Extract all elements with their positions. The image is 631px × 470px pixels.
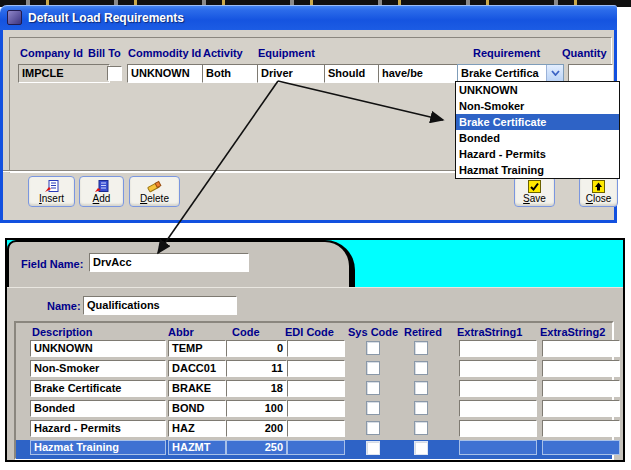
table-row[interactable]: Non-Smoker DACC01 11 [16, 360, 612, 379]
save-icon [528, 180, 541, 193]
extrastring1-cell[interactable] [459, 440, 537, 455]
code-cell[interactable]: 200 [226, 420, 287, 437]
activity-field[interactable]: Both [202, 64, 260, 83]
code-cell[interactable]: 11 [226, 360, 287, 377]
dropdown-item-brake-certificate[interactable]: Brake Certificate [456, 114, 619, 130]
close-icon [592, 180, 605, 193]
retired-column-header: Retired [404, 326, 442, 338]
close-button[interactable]: Close [579, 176, 618, 207]
retired-checkbox[interactable] [414, 441, 428, 455]
extrastring1-cell[interactable] [459, 380, 537, 397]
code-cell[interactable]: 18 [226, 380, 287, 397]
company-id-field[interactable]: IMPCLE [18, 64, 110, 83]
qualifications-editor-window: Field Name: DrvAcc Name: Qualifications … [5, 238, 625, 462]
sys-code-checkbox[interactable] [366, 421, 380, 435]
retired-checkbox[interactable] [414, 381, 428, 395]
screenshot-stage: Default Load Requirements Company Id Bil… [0, 0, 631, 470]
requirement-dropdown-list: UNKNOWN Non-Smoker Brake Certificate Bon… [455, 81, 620, 179]
sys-code-checkbox[interactable] [366, 441, 380, 455]
extrastring2-cell[interactable] [542, 420, 620, 437]
extrastring1-cell[interactable] [459, 400, 537, 417]
retired-checkbox[interactable] [414, 401, 428, 415]
description-cell[interactable]: Bonded [30, 400, 166, 417]
edi-code-cell[interactable] [287, 380, 345, 397]
description-cell[interactable]: Brake Certificate [30, 380, 166, 397]
commodity-id-field[interactable]: UNKNOWN [127, 64, 205, 83]
description-cell[interactable]: UNKNOWN [30, 340, 166, 357]
abbr-column-header: Abbr [168, 326, 194, 338]
edi-code-cell[interactable] [287, 360, 345, 377]
retired-checkbox[interactable] [414, 341, 428, 355]
qualifications-table: Description Abbr Code EDI Code Sys Code … [14, 321, 614, 460]
extrastring2-cell[interactable] [542, 360, 620, 377]
description-cell[interactable]: Hazard - Permits [30, 420, 166, 437]
dropdown-item-unknown[interactable]: UNKNOWN [456, 82, 619, 98]
combobox-dropdown-button[interactable] [546, 65, 563, 81]
code-cell[interactable]: 0 [226, 340, 287, 357]
equipment-header: Equipment [258, 47, 315, 59]
code-column-header: Code [232, 326, 260, 338]
table-row[interactable]: Brake Certificate BRAKE 18 [16, 380, 612, 399]
code-cell[interactable]: 250 [226, 440, 287, 455]
dropdown-item-bonded[interactable]: Bonded [456, 130, 619, 146]
extrastring1-cell[interactable] [459, 360, 537, 377]
extrastring1-cell[interactable] [459, 420, 537, 437]
delete-button[interactable]: Delete [129, 176, 180, 207]
code-cell[interactable]: 100 [226, 400, 287, 417]
extrastring1-column-header: ExtraString1 [457, 326, 522, 338]
sys-code-checkbox[interactable] [366, 401, 380, 415]
verb-field[interactable]: have/be [378, 64, 460, 83]
extrastring2-cell[interactable] [542, 380, 620, 397]
requirement-combobox[interactable]: Brake Certifica [457, 64, 564, 82]
table-row-selected[interactable]: Hazmat Training HAZMT 250 [16, 440, 612, 459]
retired-checkbox[interactable] [414, 421, 428, 435]
description-cell[interactable]: Hazmat Training [30, 440, 166, 455]
table-row[interactable]: UNKNOWN TEMP 0 [16, 340, 612, 359]
table-row[interactable]: Bonded BOND 100 [16, 400, 612, 419]
window-title: Default Load Requirements [28, 11, 184, 25]
sys-code-column-header: Sys Code [348, 326, 398, 338]
description-column-header: Description [32, 326, 93, 338]
dropdown-item-hazard-permits[interactable]: Hazard - Permits [456, 146, 619, 162]
requirement-header: Requirement [473, 47, 540, 59]
field-name-input[interactable]: DrvAcc [89, 253, 249, 272]
save-button[interactable]: Save [514, 176, 555, 207]
extrastring2-cell[interactable] [542, 340, 620, 357]
qualifications-panel: Name: Qualifications Description Abbr Co… [7, 287, 623, 460]
delete-button-label: Delete [140, 194, 169, 204]
abbr-cell[interactable]: BOND [168, 400, 226, 417]
edi-code-cell[interactable] [287, 400, 345, 417]
abbr-cell[interactable]: DACC01 [168, 360, 226, 377]
extrastring1-cell[interactable] [459, 340, 537, 357]
table-row[interactable]: Hazard - Permits HAZ 200 [16, 420, 612, 439]
abbr-cell[interactable]: HAZ [168, 420, 226, 437]
retired-checkbox[interactable] [414, 361, 428, 375]
name-input[interactable]: Qualifications [83, 296, 237, 315]
sys-code-checkbox[interactable] [366, 381, 380, 395]
quantity-header: Quantity [562, 47, 607, 59]
abbr-cell[interactable]: TEMP [168, 340, 226, 357]
edi-code-cell[interactable] [287, 420, 345, 437]
bill-to-checkbox[interactable] [107, 66, 122, 81]
add-button[interactable]: Add [79, 176, 124, 207]
edi-code-cell[interactable] [287, 440, 345, 455]
sys-code-checkbox[interactable] [366, 341, 380, 355]
sys-code-checkbox[interactable] [366, 361, 380, 375]
description-cell[interactable]: Non-Smoker [30, 360, 166, 377]
abbr-cell[interactable]: HAZMT [168, 440, 226, 455]
title-bar[interactable]: Default Load Requirements [0, 5, 617, 30]
name-label: Name: [47, 300, 81, 312]
insert-button[interactable]: Insert [28, 176, 75, 207]
extrastring2-cell[interactable] [542, 440, 620, 455]
add-icon [95, 180, 109, 193]
condition-field[interactable]: Should [324, 64, 382, 83]
dropdown-item-non-smoker[interactable]: Non-Smoker [456, 98, 619, 114]
dropdown-item-hazmat-training[interactable]: Hazmat Training [456, 162, 619, 178]
insert-icon [45, 180, 59, 193]
extrastring2-column-header: ExtraString2 [540, 326, 605, 338]
save-button-label: Save [523, 194, 546, 204]
abbr-cell[interactable]: BRAKE [168, 380, 226, 397]
extrastring2-cell[interactable] [542, 400, 620, 417]
equipment-field[interactable]: Driver [257, 64, 327, 83]
edi-code-cell[interactable] [287, 340, 345, 357]
